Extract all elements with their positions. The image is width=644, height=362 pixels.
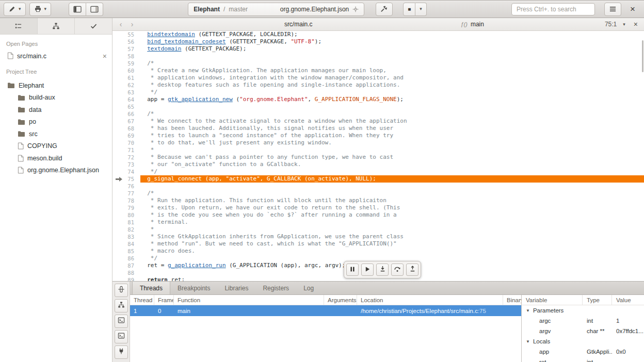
code-line-80[interactable]: 80 * is the code you see when you do `ec… — [112, 211, 644, 219]
code-area: 55 bindtextdomain (GETTEXT_PACKAGE, LOCA… — [112, 31, 644, 281]
code-line-84[interactable]: 84 * method "run". But we need to cast, … — [112, 240, 644, 248]
continue-button[interactable] — [361, 264, 374, 276]
code-text: * is the code you see when you do `echo … — [140, 211, 644, 219]
variable-ret[interactable]: retint — [522, 357, 644, 362]
code-line-78[interactable]: 78 * Run the application. This function … — [112, 197, 644, 204]
menu-button[interactable] — [604, 3, 621, 16]
panel-switch-debugger-button[interactable] — [115, 299, 128, 312]
panel-switch-plug-button[interactable] — [115, 345, 128, 359]
code-line-66[interactable]: 66 /* — [112, 110, 644, 118]
variable-app[interactable]: appGtkAppli...0x0 — [522, 347, 644, 357]
code-line-59[interactable]: 59 /* — [112, 60, 644, 67]
tree-item-org.gnome.Elephant.json[interactable]: org.gnome.Elephant.json — [0, 164, 112, 177]
editor-options-dropdown-button[interactable]: ▾ — [620, 22, 629, 27]
code-line-72[interactable]: 72 * Because we can't pass a pointer to … — [112, 154, 644, 161]
check-icon — [90, 22, 98, 30]
navigate-forward-button[interactable]: › — [128, 20, 136, 28]
code-line-69[interactable]: 69 * tries to launch a "second instance"… — [112, 132, 644, 139]
panel-tab-threads[interactable]: Threads — [132, 282, 170, 294]
toggle-right-panel-button[interactable] — [86, 3, 103, 16]
code-line-68[interactable]: 68 * has been lauched. Additionally, thi… — [112, 125, 644, 132]
code-text — [140, 53, 644, 60]
close-page-button[interactable]: × — [632, 20, 640, 28]
code-line-79[interactable]: 79 * exits. Upon return, we have our exi… — [112, 204, 644, 211]
panel-tab-breakpoints[interactable]: Breakpoints — [170, 282, 217, 294]
sidebar-tab-build[interactable] — [38, 18, 75, 34]
code-line-65[interactable]: 65 — [112, 103, 644, 110]
line-number: 58 — [125, 53, 140, 60]
code-line-75[interactable]: 75 g_signal_connect (app, "activate", G_… — [112, 175, 644, 183]
pause-button[interactable] — [346, 264, 359, 276]
variable-group-Parameters[interactable]: ▼Parameters — [522, 305, 644, 316]
tree-item-Elephant[interactable]: Elephant — [0, 79, 112, 92]
build-config-dropdown-button[interactable]: ▾ — [4, 3, 26, 16]
tree-item-po[interactable]: po — [0, 116, 112, 128]
variable-argc[interactable]: argcint1 — [522, 316, 644, 326]
code-line-77[interactable]: 77 /* — [112, 190, 644, 197]
open-page-item[interactable]: src/main.c× — [0, 50, 112, 62]
thread-row[interactable]: 10main/home/christian/Projects/Elephant/… — [130, 305, 521, 316]
step-over-button[interactable] — [391, 264, 404, 276]
code-line-67[interactable]: 67 * We connect to the activate signal t… — [112, 118, 644, 125]
omnibar-button[interactable]: Elephant / master org.gnome.Elephant.jso… — [188, 3, 364, 16]
code-editor[interactable]: 55 bindtextdomain (GETTEXT_PACKAGE, LOCA… — [112, 31, 644, 281]
code-text — [140, 183, 644, 190]
panel-tab-registers[interactable]: Registers — [255, 282, 296, 294]
variable-group-Locals[interactable]: ▼Locals — [522, 336, 644, 347]
code-line-64[interactable]: 64 app = gtk_application_new ("org.gnome… — [112, 96, 644, 103]
window-close-button[interactable]: × — [625, 2, 640, 17]
panel-tab-log[interactable]: Log — [296, 282, 321, 294]
editor-scrollbar[interactable] — [642, 40, 643, 72]
file-icon — [18, 142, 24, 150]
code-line-55[interactable]: 55 bindtextdomain (GETTEXT_PACKAGE, LOCA… — [112, 31, 644, 38]
variable-argv[interactable]: argvchar **0x7ffdc1... — [522, 326, 644, 336]
code-line-56[interactable]: 56 bind_textdomain_codeset (GETTEXT_PACK… — [112, 38, 644, 45]
code-line-81[interactable]: 81 * terminal. — [112, 219, 644, 226]
code-line-76[interactable]: 76 — [112, 183, 644, 190]
code-line-62[interactable]: 62 * desktop features such as file openi… — [112, 81, 644, 89]
line-number: 85 — [125, 248, 140, 255]
code-line-60[interactable]: 60 * Create a new GtkApplication. The ap… — [112, 67, 644, 74]
toggle-left-panel-button[interactable] — [69, 3, 86, 16]
thread-cell: 0 — [154, 308, 174, 314]
line-number: 81 — [125, 219, 140, 226]
panel-switch-terminal-button[interactable] — [115, 315, 128, 328]
expander-icon[interactable]: ▼ — [526, 339, 530, 344]
step-out-button[interactable] — [406, 264, 418, 276]
code-text: * desktop features such as file opening … — [140, 81, 644, 89]
build-button[interactable] — [376, 3, 393, 16]
code-line-57[interactable]: 57 textdomain (GETTEXT_PACKAGE); — [112, 45, 644, 53]
navigate-back-button[interactable]: ‹ — [117, 20, 125, 28]
close-page-icon[interactable]: × — [103, 53, 107, 60]
code-line-61[interactable]: 61 * application windows, integration wi… — [112, 74, 644, 81]
panel-tab-libraries[interactable]: Libraries — [217, 282, 255, 294]
code-line-71[interactable]: 71 * — [112, 146, 644, 154]
code-line-83[interactable]: 83 * Since GtkApplication inherits from … — [112, 233, 644, 240]
gutter-space — [112, 139, 125, 146]
sidebar-tab-todo[interactable] — [75, 18, 112, 34]
tree-item-data[interactable]: data — [0, 104, 112, 116]
tree-item-COPYING[interactable]: COPYING — [0, 140, 112, 153]
code-line-73[interactable]: 73 * our "on_activate" function to a GCa… — [112, 161, 644, 168]
builder-window: ▾ ▾ Elephant / master org.gnome.Elephant… — [0, 0, 644, 362]
tree-item-meson.build[interactable]: meson.build — [0, 152, 112, 164]
tree-item-build-aux[interactable]: build-aux — [0, 92, 112, 104]
step-in-button[interactable] — [376, 264, 389, 276]
sidebar-tab-pages[interactable] — [0, 18, 38, 34]
panel-switch-build-pipeline-button[interactable] — [115, 284, 128, 297]
symbol-menu-button[interactable]: ƒ() main — [460, 21, 484, 28]
expander-icon[interactable]: ▼ — [526, 308, 530, 313]
stop-button[interactable]: ■ — [403, 3, 415, 16]
search-input[interactable] — [511, 3, 595, 15]
code-line-74[interactable]: 74 */ — [112, 168, 644, 175]
panel-switch-terminal-run-button[interactable] — [115, 330, 128, 343]
code-line-82[interactable]: 82 * — [112, 226, 644, 233]
tree-item-src[interactable]: src — [0, 128, 112, 140]
gutter-space — [112, 262, 125, 269]
code-line-70[interactable]: 70 * to do that, we'll just present any … — [112, 139, 644, 146]
code-line-58[interactable]: 58 — [112, 53, 644, 60]
code-line-85[interactable]: 85 * macro does. — [112, 248, 644, 255]
code-line-63[interactable]: 63 */ — [112, 89, 644, 96]
device-dropdown-button[interactable]: ▾ — [29, 3, 52, 16]
run-options-dropdown-button[interactable]: ▾ — [415, 3, 427, 16]
